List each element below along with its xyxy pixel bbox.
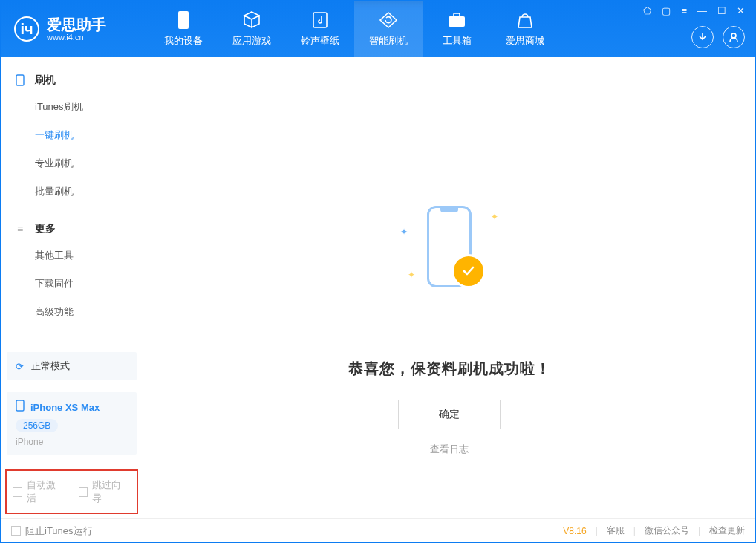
nav-my-device[interactable]: 我的设备 (149, 1, 218, 57)
app-window: iч 爱思助手 www.i4.cn 我的设备 应用游戏 铃声壁纸 智能刷机 (0, 0, 756, 543)
mode-label: 正常模式 (31, 360, 70, 373)
window-controls: ⬠ ▢ ≡ — ☐ ✕ (643, 1, 745, 16)
nav-smart-flash[interactable]: 智能刷机 (354, 1, 423, 57)
svg-point-4 (731, 33, 736, 38)
sidebar-item-pro-flash[interactable]: 专业刷机 (1, 149, 143, 178)
checkbox-skip-guide[interactable]: 跳过向导 (79, 478, 131, 505)
nav-label: 应用游戏 (232, 34, 271, 48)
svg-rect-6 (16, 400, 24, 411)
nav-store[interactable]: 爱思商城 (491, 1, 559, 57)
sidebar-head-more: ≡ 更多 (1, 218, 143, 241)
sparkle-icon: ✦ (400, 227, 408, 237)
footer-link-support[interactable]: 客服 (607, 524, 625, 537)
sidebar: 刷机 iTunes刷机 一键刷机 专业刷机 批量刷机 ≡ 更多 其他工具 下载固… (1, 57, 143, 518)
menu-icon[interactable]: ≡ (681, 5, 687, 16)
app-subtitle: www.i4.cn (47, 33, 106, 42)
svg-rect-3 (454, 13, 460, 17)
mode-card[interactable]: ⟳ 正常模式 (7, 352, 137, 380)
checkbox-label: 阻止iTunes运行 (25, 524, 93, 538)
nav-ringtones[interactable]: 铃声壁纸 (286, 1, 354, 57)
sparkle-icon: ✦ (408, 270, 415, 280)
sidebar-group-title: 刷机 (35, 74, 56, 87)
lock-icon[interactable]: ▢ (662, 5, 671, 16)
sidebar-item-advanced[interactable]: 高级功能 (1, 298, 143, 326)
svg-rect-2 (449, 16, 465, 27)
checkbox-auto-activate[interactable]: 自动激活 (13, 478, 65, 505)
user-button[interactable] (723, 26, 745, 48)
main-content: ✦ ✦ ✦ 恭喜您，保资料刷机成功啦！ 确定 查看日志 (143, 57, 755, 518)
header-right: ⬠ ▢ ≡ — ☐ ✕ (643, 1, 745, 57)
refresh-icon (379, 10, 398, 30)
device-name: iPhone XS Max (30, 402, 100, 413)
maximize-button[interactable]: ☐ (717, 5, 726, 16)
version-label: V8.16 (563, 526, 586, 536)
nav-label: 铃声壁纸 (301, 34, 339, 48)
sidebar-item-batch-flash[interactable]: 批量刷机 (1, 178, 143, 206)
nav-label: 智能刷机 (369, 34, 408, 48)
nav-apps-games[interactable]: 应用游戏 (218, 1, 286, 57)
svg-rect-0 (178, 11, 189, 29)
top-nav: 我的设备 应用游戏 铃声壁纸 智能刷机 工具箱 爱思商城 (149, 1, 559, 57)
svg-rect-5 (16, 75, 24, 85)
cube-icon (242, 10, 261, 30)
body: 刷机 iTunes刷机 一键刷机 专业刷机 批量刷机 ≡ 更多 其他工具 下载固… (1, 57, 755, 518)
success-hero: ✦ ✦ ✦ 恭喜您，保资料刷机成功啦！ 确定 查看日志 (348, 206, 551, 456)
device-type: iPhone (16, 437, 128, 447)
footer: 阻止iTunes运行 V8.16 | 客服 | 微信公众号 | 检查更新 (1, 518, 755, 542)
phone-icon (16, 400, 25, 414)
sidebar-group-title: 更多 (35, 222, 56, 235)
check-badge-icon (454, 256, 483, 286)
view-log-link[interactable]: 查看日志 (430, 443, 469, 456)
music-icon (310, 10, 330, 30)
shirt-icon[interactable]: ⬠ (643, 5, 651, 16)
checkbox-block-itunes[interactable]: 阻止iTunes运行 (11, 524, 93, 538)
sidebar-item-other-tools[interactable]: 其他工具 (1, 241, 143, 270)
logo-icon: iч (14, 16, 39, 42)
mode-icon: ⟳ (16, 361, 24, 372)
nav-label: 爱思商城 (506, 34, 544, 48)
ok-button[interactable]: 确定 (398, 400, 501, 429)
checkbox-label: 跳过向导 (92, 478, 131, 505)
download-button[interactable] (691, 26, 714, 48)
nav-toolbox[interactable]: 工具箱 (423, 1, 491, 57)
device-icon (174, 10, 193, 30)
list-icon: ≡ (14, 223, 26, 235)
sidebar-head-flash: 刷机 (1, 69, 143, 93)
success-message: 恭喜您，保资料刷机成功啦！ (348, 359, 551, 379)
sidebar-item-itunes-flash[interactable]: iTunes刷机 (1, 93, 143, 121)
options-highlight: 自动激活 跳过向导 (5, 469, 138, 514)
device-capacity: 256GB (16, 419, 58, 432)
minimize-button[interactable]: — (697, 5, 707, 16)
sidebar-item-oneclick-flash[interactable]: 一键刷机 (1, 121, 143, 149)
header: iч 爱思助手 www.i4.cn 我的设备 应用游戏 铃声壁纸 智能刷机 (1, 1, 755, 57)
footer-link-wechat[interactable]: 微信公众号 (645, 524, 689, 537)
sidebar-group-more: ≡ 更多 其他工具 下载固件 高级功能 (1, 206, 143, 326)
bag-icon (515, 10, 535, 30)
logo: iч 爱思助手 www.i4.cn (1, 16, 149, 42)
footer-link-update[interactable]: 检查更新 (709, 524, 745, 537)
close-button[interactable]: ✕ (737, 5, 745, 16)
app-title: 爱思助手 (47, 16, 106, 33)
sparkle-icon: ✦ (491, 212, 498, 222)
device-card[interactable]: iPhone XS Max 256GB iPhone (7, 392, 137, 455)
sidebar-group-flash: 刷机 iTunes刷机 一键刷机 专业刷机 批量刷机 (1, 57, 143, 206)
toolbox-icon (447, 10, 466, 30)
phone-illustration: ✦ ✦ ✦ (405, 206, 494, 317)
sidebar-item-download-firmware[interactable]: 下载固件 (1, 270, 143, 298)
checkbox-label: 自动激活 (27, 478, 65, 505)
nav-label: 工具箱 (443, 34, 472, 48)
phone-icon (14, 74, 26, 86)
nav-label: 我的设备 (164, 34, 203, 48)
